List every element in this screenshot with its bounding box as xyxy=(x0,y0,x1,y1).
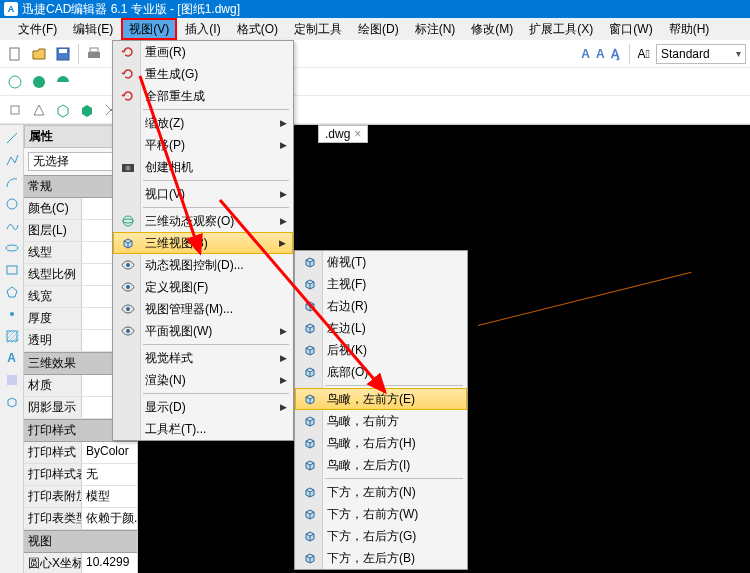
menu-item-label: 渲染(N) xyxy=(145,372,186,389)
menu-1[interactable]: 编辑(E) xyxy=(65,18,121,40)
text-a-icon[interactable]: A xyxy=(581,47,590,61)
hatch-tool-icon[interactable] xyxy=(3,327,21,345)
3dview-menu-item-13[interactable]: 下方，右前方(W) xyxy=(295,503,467,525)
cube-icon xyxy=(299,547,321,569)
view-menu-item-20[interactable]: 显示(D)▶ xyxy=(113,396,293,418)
3dview-menu-item-8[interactable]: 鸟瞰，右前方 xyxy=(295,410,467,432)
prop-key: 厚度 xyxy=(24,308,82,329)
menu-item-label: 鸟瞰，左前方(E) xyxy=(327,391,415,408)
snap-end-icon[interactable] xyxy=(4,99,26,121)
menu-9[interactable]: 扩展工具(X) xyxy=(521,18,601,40)
snap-cube2-icon[interactable] xyxy=(76,99,98,121)
poly-tool-icon[interactable] xyxy=(3,283,21,301)
menu-10[interactable]: 窗口(W) xyxy=(601,18,660,40)
view-menu-item-4[interactable]: 缩放(Z)▶ xyxy=(113,112,293,134)
menu-11[interactable]: 帮助(H) xyxy=(661,18,718,40)
rect-tool-icon[interactable] xyxy=(3,261,21,279)
cube-icon xyxy=(299,295,321,317)
text-tool-icon[interactable]: A xyxy=(3,349,21,367)
tab-close-icon[interactable]: × xyxy=(354,127,361,141)
print-icon[interactable] xyxy=(83,43,105,65)
view-menu-item-1[interactable]: 重生成(G) xyxy=(113,63,293,85)
3dview-menu-item-4[interactable]: 后视(K) xyxy=(295,339,467,361)
spline-tool-icon[interactable] xyxy=(3,217,21,235)
menu-8[interactable]: 修改(M) xyxy=(463,18,521,40)
disc-tool-icon[interactable] xyxy=(28,71,50,93)
point-tool-icon[interactable] xyxy=(3,305,21,323)
prop-value[interactable]: 依赖于颜... xyxy=(82,508,137,529)
view-menu-item-11[interactable]: 三维视图(3)▶ xyxy=(113,232,293,254)
3dview-icon xyxy=(117,232,139,254)
submenu-arrow-icon: ▶ xyxy=(280,118,287,128)
view-menu-item-8[interactable]: 视口(V)▶ xyxy=(113,183,293,205)
view-menu-item-5[interactable]: 平移(P)▶ xyxy=(113,134,293,156)
prop-value[interactable]: 10.4299 xyxy=(82,553,137,573)
prop-section-head[interactable]: 视图 xyxy=(24,530,137,553)
3dview-menu-item-2[interactable]: 右边(R) xyxy=(295,295,467,317)
menu-7[interactable]: 标注(N) xyxy=(407,18,464,40)
cube-icon xyxy=(299,388,321,410)
svg-point-24 xyxy=(126,329,130,333)
submenu-arrow-icon: ▶ xyxy=(280,140,287,150)
view-menu-item-14[interactable]: 视图管理器(M)... xyxy=(113,298,293,320)
document-tab[interactable]: .dwg × xyxy=(318,125,368,143)
view-menu-item-2[interactable]: 全部重生成 xyxy=(113,85,293,107)
line-tool-icon[interactable] xyxy=(3,129,21,147)
3dview-menu-item-10[interactable]: 鸟瞰，左后方(I) xyxy=(295,454,467,476)
view-menu-item-15[interactable]: 平面视图(W)▶ xyxy=(113,320,293,342)
svg-point-8 xyxy=(33,76,45,88)
view-menu-item-13[interactable]: 定义视图(F) xyxy=(113,276,293,298)
menu-0[interactable]: 文件(F) xyxy=(10,18,65,40)
snap-cube-icon[interactable] xyxy=(52,99,74,121)
view-menu-item-21[interactable]: 工具栏(T)... xyxy=(113,418,293,440)
style-combo[interactable]: Standard xyxy=(656,44,746,64)
snap-mid-icon[interactable] xyxy=(28,99,50,121)
view-menu-item-0[interactable]: 重画(R) xyxy=(113,41,293,63)
orbit-icon xyxy=(117,210,139,232)
menu-separator xyxy=(325,385,463,386)
3dview-menu-item-15[interactable]: 下方，左后方(B) xyxy=(295,547,467,569)
3dview-menu-item-9[interactable]: 鸟瞰，右后方(H) xyxy=(295,432,467,454)
menu-4[interactable]: 格式(O) xyxy=(229,18,286,40)
circle-tool2-icon[interactable] xyxy=(3,195,21,213)
menu-3[interactable]: 插入(I) xyxy=(177,18,228,40)
view-menu-item-12[interactable]: 动态视图控制(D)... xyxy=(113,254,293,276)
regen-icon xyxy=(117,63,139,85)
cube-icon xyxy=(299,273,321,295)
circle-tool-icon[interactable] xyxy=(4,71,26,93)
3dview-menu-item-5[interactable]: 底部(O) xyxy=(295,361,467,383)
open-icon[interactable] xyxy=(28,43,50,65)
new-icon[interactable] xyxy=(4,43,26,65)
prop-row: 圆心X坐标10.4299 xyxy=(24,553,137,573)
svg-point-12 xyxy=(6,245,18,251)
view-menu-item-6[interactable]: 创建相机 xyxy=(113,156,293,178)
ellipse-tool-icon[interactable] xyxy=(3,239,21,257)
prop-value[interactable]: ByColor xyxy=(82,442,137,463)
polyline-tool-icon[interactable] xyxy=(3,151,21,169)
text-a4-icon[interactable]: Aͬ xyxy=(638,47,650,61)
menu-5[interactable]: 定制工具 xyxy=(286,18,350,40)
prop-value[interactable]: 模型 xyxy=(82,486,137,507)
text-a2-icon[interactable]: A xyxy=(596,47,605,61)
3dview-menu-item-12[interactable]: 下方，左前方(N) xyxy=(295,481,467,503)
svg-point-19 xyxy=(123,216,133,226)
prop-value[interactable]: 无 xyxy=(82,464,137,485)
menu-item-label: 工具栏(T)... xyxy=(145,421,206,438)
3dview-menu-item-1[interactable]: 主视(F) xyxy=(295,273,467,295)
text-a3-icon[interactable]: A̧ xyxy=(611,47,619,61)
view-menu-item-17[interactable]: 视觉样式▶ xyxy=(113,347,293,369)
arc-tool-icon[interactable] xyxy=(3,173,21,191)
view-menu-item-10[interactable]: 三维动态观察(O)▶ xyxy=(113,210,293,232)
region-tool-icon[interactable] xyxy=(3,371,21,389)
view-menu-item-18[interactable]: 渲染(N)▶ xyxy=(113,369,293,391)
isometric-icon[interactable] xyxy=(3,393,21,411)
3dview-menu-item-0[interactable]: 俯视(T) xyxy=(295,251,467,273)
save-icon[interactable] xyxy=(52,43,74,65)
menu-item-label: 全部重生成 xyxy=(145,88,205,105)
half-tool-icon[interactable] xyxy=(52,71,74,93)
3dview-menu-item-3[interactable]: 左边(L) xyxy=(295,317,467,339)
menu-6[interactable]: 绘图(D) xyxy=(350,18,407,40)
menu-2[interactable]: 视图(V) xyxy=(121,18,177,40)
3dview-menu-item-14[interactable]: 下方，右后方(G) xyxy=(295,525,467,547)
3dview-menu-item-7[interactable]: 鸟瞰，左前方(E) xyxy=(295,388,467,410)
